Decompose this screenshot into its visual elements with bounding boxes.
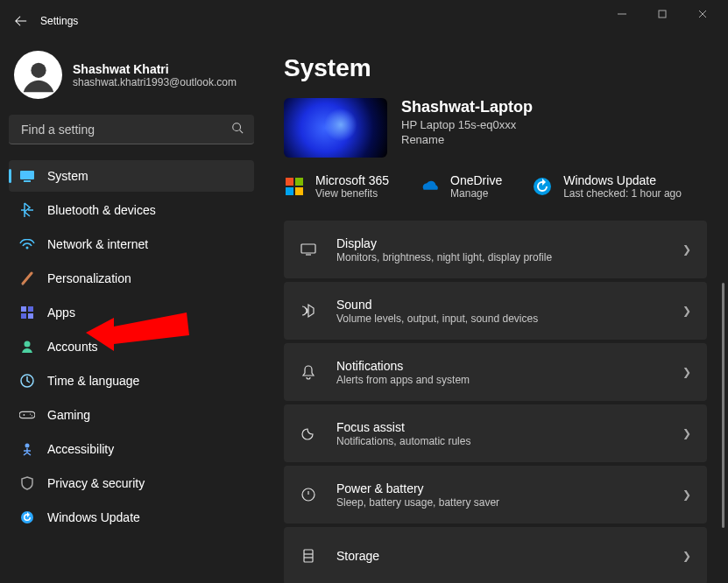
nav-item-privacy-security[interactable]: Privacy & security [9,467,254,499]
setting-icon [300,241,317,258]
svg-point-18 [30,413,31,414]
service-m365[interactable]: Microsoft 365 View benefits [284,173,389,200]
onedrive-icon [419,176,440,197]
nav-icon [19,373,35,389]
setting-storage[interactable]: Storage❯ [284,527,707,583]
nav-item-time-language[interactable]: Time & language [9,365,254,397]
svg-rect-31 [304,550,313,562]
user-profile[interactable]: Shashwat Khatri shashwat.khatri1993@outl… [9,46,254,109]
main-pane: System Shashwat-Laptop HP Laptop 15s-eq0… [263,42,728,583]
svg-point-10 [26,247,29,249]
setting-sub: Sleep, battery usage, battery saver [336,496,663,509]
setting-title: Notifications [336,359,663,373]
nav-label: Time & language [47,374,139,388]
setting-icon [300,486,317,503]
svg-rect-14 [28,313,33,319]
svg-rect-22 [286,178,293,186]
setting-display[interactable]: DisplayMonitors, brightness, night light… [284,221,707,278]
user-email: shashwat.khatri1993@outlook.com [73,76,237,88]
device-card[interactable]: Shashwat-Laptop HP Laptop 15s-eq0xxx Ren… [284,98,707,158]
maximize-button[interactable] [642,0,682,28]
nav-item-apps[interactable]: Apps [9,297,254,328]
chevron-right-icon: ❯ [682,427,691,439]
nav-icon [19,168,35,184]
svg-rect-27 [301,244,315,253]
nav-label: System [47,169,88,183]
setting-icon [300,302,317,320]
m365-icon [284,176,305,197]
setting-sub: Alerts from apps and system [336,374,663,386]
service-onedrive[interactable]: OneDrive Manage [419,173,502,200]
nav-label: Gaming [47,408,90,422]
svg-point-5 [31,62,46,77]
rename-link[interactable]: Rename [401,133,533,146]
setting-title: Power & battery [336,481,663,495]
nav-label: Privacy & security [47,476,145,490]
search-box[interactable] [9,115,254,144]
back-button[interactable] [5,5,37,37]
svg-point-20 [25,444,30,448]
nav-item-gaming[interactable]: Gaming [9,399,254,431]
svg-rect-12 [28,306,33,312]
scrollbar-thumb[interactable] [722,283,724,528]
user-name: Shashwat Khatri [73,62,237,76]
close-button[interactable] [682,0,723,28]
service-update[interactable]: Windows Update Last checked: 1 hour ago [532,173,682,200]
nav-item-personalization[interactable]: Personalization [9,263,254,294]
svg-rect-23 [295,178,303,186]
chevron-right-icon: ❯ [682,305,691,317]
nav-icon [19,236,35,252]
nav-icon [19,339,35,355]
setting-icon [300,425,317,442]
svg-rect-24 [286,187,293,195]
svg-point-19 [32,415,32,416]
svg-rect-8 [20,171,34,179]
nav-icon [19,475,35,491]
chevron-right-icon: ❯ [682,243,691,256]
minimize-button[interactable] [602,0,642,28]
service-sub: Manage [450,187,502,200]
nav-item-system[interactable]: System [9,160,254,192]
nav-label: Accounts [47,340,98,354]
scrollbar[interactable] [722,283,724,583]
nav-item-accounts[interactable]: Accounts [9,331,254,362]
nav-icon [19,305,35,320]
page-title: System [284,54,707,82]
nav-item-windows-update[interactable]: Windows Update [9,502,254,533]
search-icon [231,122,244,137]
nav-label: Network & internet [47,237,148,251]
search-input[interactable] [19,122,231,137]
setting-title: Display [336,236,663,250]
sidebar: Shashwat Khatri shashwat.khatri1993@outl… [0,42,263,583]
nav-item-accessibility[interactable]: Accessibility [9,433,254,465]
setting-title: Focus assist [336,420,663,434]
nav-label: Windows Update [47,510,140,524]
nav-label: Bluetooth & devices [47,203,156,217]
service-sub: View benefits [315,187,389,200]
setting-sub: Volume levels, output, input, sound devi… [336,313,663,325]
service-label: Microsoft 365 [315,173,389,187]
svg-point-15 [25,341,31,348]
svg-point-17 [24,414,25,416]
avatar [14,51,62,99]
setting-power-battery[interactable]: Power & batterySleep, battery usage, bat… [284,466,707,523]
service-sub: Last checked: 1 hour ago [563,187,682,200]
nav-item-network-internet[interactable]: Network & internet [9,228,254,260]
setting-icon [300,547,317,565]
setting-sound[interactable]: SoundVolume levels, output, input, sound… [284,282,707,340]
chevron-right-icon: ❯ [682,366,691,378]
nav-label: Apps [47,306,75,320]
nav-icon [19,202,35,218]
service-label: OneDrive [450,173,502,187]
svg-rect-25 [295,187,303,195]
setting-sub: Monitors, brightness, night light, displ… [336,251,663,263]
nav-label: Personalization [47,271,131,285]
nav-item-bluetooth-devices[interactable]: Bluetooth & devices [9,194,254,226]
window-title: Settings [40,15,78,27]
nav-label: Accessibility [47,442,114,456]
setting-title: Sound [336,298,663,312]
nav-icon [19,441,35,457]
setting-focus-assist[interactable]: Focus assistNotifications, automatic rul… [284,404,707,462]
setting-notifications[interactable]: NotificationsAlerts from apps and system… [284,343,707,401]
svg-rect-9 [24,180,31,182]
